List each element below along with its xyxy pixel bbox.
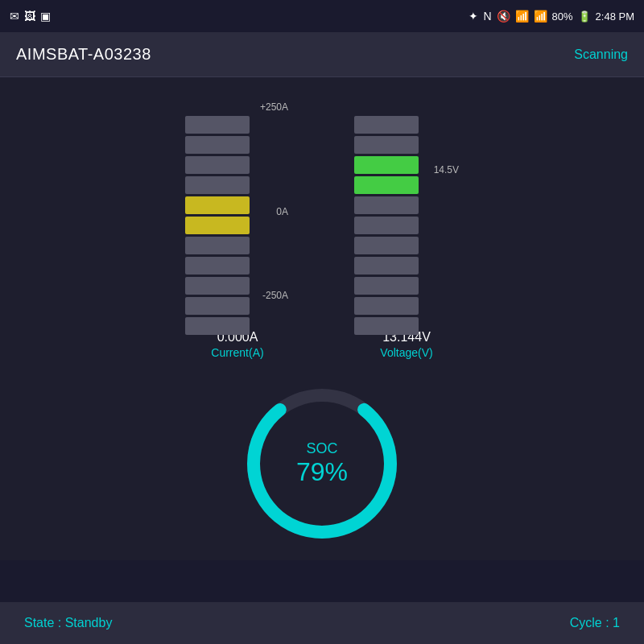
mute-icon: 🔇: [497, 10, 510, 23]
cycle-label: Cycle : 1: [570, 616, 620, 630]
voltage-seg-5: [354, 196, 419, 214]
image-icon: 🖼: [24, 10, 35, 23]
voltage-seg-4-active: [354, 176, 419, 194]
current-seg-2: [185, 136, 250, 154]
notification-icon: ▣: [40, 10, 51, 23]
current-top-label: +250A: [260, 101, 288, 113]
voltage-seg-2: [354, 136, 419, 154]
main-content: +250A 0A -250A 0.000A Curr: [0, 77, 644, 560]
scanning-status: Scanning: [574, 47, 628, 62]
voltage-seg-9: [354, 277, 419, 295]
current-seg-6-active: [185, 217, 250, 234]
current-seg-3: [185, 156, 250, 174]
voltage-label: Voltage(V): [380, 346, 432, 359]
current-seg-8: [185, 257, 250, 275]
voltage-seg-6: [354, 217, 419, 234]
voltage-seg-11: [354, 317, 419, 335]
current-gauge: +250A 0A -250A 0.000A Curr: [185, 101, 290, 359]
voltage-mid-label: 14.5V: [434, 164, 459, 175]
time-display: 2:48 PM: [596, 10, 634, 23]
current-seg-7: [185, 237, 250, 254]
gmail-icon: ✉: [10, 10, 19, 23]
current-seg-1: [185, 116, 250, 134]
current-seg-5-active: [185, 196, 250, 214]
current-seg-4: [185, 176, 250, 194]
status-icons-left: ✉ 🖼 ▣: [10, 10, 51, 23]
voltage-seg-10: [354, 297, 419, 315]
app-bar: AIMSBAT-A03238 Scanning: [0, 32, 644, 77]
voltage-seg-7: [354, 237, 419, 254]
signal-icon: 📶: [534, 10, 547, 23]
current-mid-label: 0A: [276, 206, 288, 217]
soc-inner: SOC 79%: [296, 440, 348, 487]
voltage-seg-8: [354, 257, 419, 275]
current-bottom-label: -250A: [262, 290, 288, 301]
voltage-seg-1: [354, 116, 419, 134]
network-icon: N: [483, 10, 491, 23]
current-label: Current(A): [211, 346, 263, 359]
soc-value: 79%: [296, 457, 348, 487]
current-seg-11: [185, 317, 250, 335]
soc-section: SOC 79%: [242, 383, 402, 544]
voltage-seg-3-active: [354, 156, 419, 174]
current-seg-9: [185, 277, 250, 295]
soc-circle: SOC 79%: [242, 383, 402, 544]
battery-level: 80%: [552, 10, 573, 23]
voltage-gauge: 14.5V 13.144V Voltage(V): [354, 101, 459, 359]
bottom-bar: State : Standby Cycle : 1: [0, 602, 644, 644]
app-title: AIMSBAT-A03238: [16, 45, 151, 64]
bluetooth-icon: ✦: [469, 10, 478, 23]
current-seg-10: [185, 297, 250, 315]
soc-label: SOC: [296, 440, 348, 457]
status-bar: ✉ 🖼 ▣ ✦ N 🔇 📶 📶 80% 🔋 2:48 PM: [0, 0, 644, 32]
battery-icon: 🔋: [578, 10, 591, 23]
state-label: State : Standby: [24, 616, 112, 630]
wifi-icon: 📶: [515, 10, 529, 23]
gauges-row: +250A 0A -250A 0.000A Curr: [32, 101, 612, 359]
status-icons-right: ✦ N 🔇 📶 📶 80% 🔋 2:48 PM: [469, 10, 634, 23]
